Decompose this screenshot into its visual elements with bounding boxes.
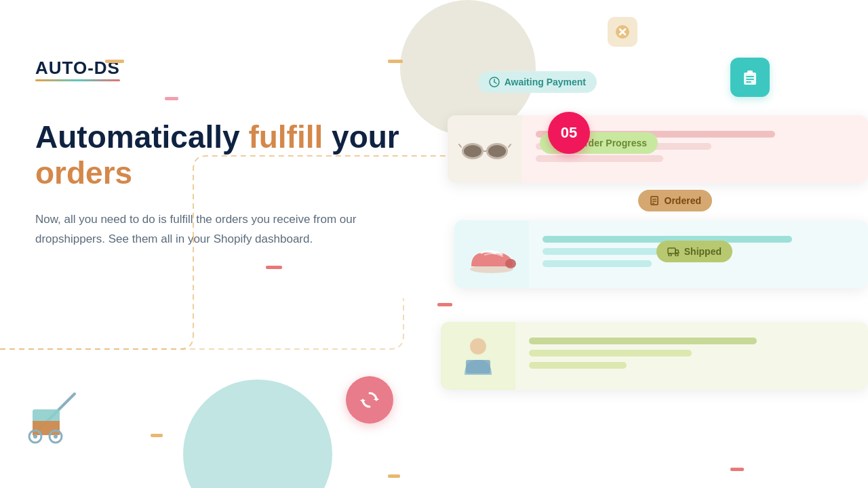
deco-bar-3: [388, 60, 403, 63]
product-image-person: [441, 322, 515, 390]
person-svg: [451, 334, 505, 378]
svg-point-14: [54, 434, 58, 439]
badge-shipped-text: Shipped: [684, 246, 722, 257]
line-bar-3b: [529, 350, 692, 357]
step-number: 05: [561, 124, 577, 142]
headline-highlight: fulfill: [248, 119, 323, 155]
svg-point-26: [470, 338, 486, 354]
deco-bar-7: [266, 266, 282, 269]
badge-awaiting-payment: Awaiting Payment: [478, 71, 597, 93]
card-lines-3: [515, 327, 868, 385]
svg-line-30: [494, 82, 496, 83]
svg-rect-4: [747, 70, 753, 74]
subtext: Now, all you need to do is fulfill the o…: [35, 210, 401, 249]
deco-bar-4: [437, 303, 452, 306]
deco-bar-8: [730, 468, 744, 471]
truck-icon: [667, 247, 679, 256]
decorative-circle-teal: [183, 380, 332, 488]
headline-part2: your: [323, 119, 399, 155]
svg-marker-15: [374, 397, 379, 400]
svg-line-23: [509, 144, 511, 147]
badge-ordered-text: Ordered: [665, 195, 701, 206]
logo-accent-bar: [35, 79, 120, 81]
line-bar-3a: [529, 338, 757, 344]
clock-icon: [489, 77, 500, 87]
svg-point-20: [488, 145, 506, 157]
svg-point-38: [669, 253, 671, 256]
svg-point-12: [33, 434, 37, 439]
svg-rect-10: [33, 421, 60, 435]
sync-icon: [359, 389, 380, 411]
svg-point-19: [464, 145, 481, 157]
line-bar-2c: [542, 260, 652, 267]
cancel-icon: [615, 24, 630, 39]
deco-bar-1: [105, 60, 124, 63]
order-card-sunglasses: [448, 115, 868, 183]
step-badge: 05: [548, 112, 590, 154]
svg-rect-3: [744, 73, 756, 85]
clipboard-icon: [741, 68, 760, 87]
order-card-person: [441, 322, 868, 390]
headline-line2: orders: [35, 155, 469, 191]
main-headline: Automatically fulfill your orders: [35, 119, 469, 191]
line-bar-1c: [536, 155, 663, 162]
badge-awaiting-text: Awaiting Payment: [505, 77, 586, 87]
logo: AUTO-DS: [35, 58, 469, 79]
svg-point-25: [505, 259, 516, 268]
sneaker-svg: [465, 234, 519, 274]
svg-point-39: [675, 253, 678, 256]
cart-svg: [14, 384, 95, 451]
receipt-icon: [649, 195, 660, 206]
badge-shipped: Shipped: [656, 241, 732, 262]
badge-ordered: Ordered: [638, 190, 712, 211]
product-image-sneaker: [454, 220, 529, 288]
line-bar-3c: [529, 362, 627, 369]
svg-marker-16: [360, 400, 366, 403]
cancel-icon-card: [608, 17, 637, 47]
svg-line-22: [459, 144, 461, 147]
svg-rect-27: [466, 360, 490, 373]
deco-bar-2: [165, 97, 178, 100]
deco-bar-6: [388, 474, 400, 478]
delivery-cart: [14, 384, 95, 454]
sync-button[interactable]: [346, 376, 393, 424]
sunglasses-svg: [458, 132, 512, 166]
clipboard-icon-card: [730, 58, 770, 97]
svg-rect-37: [668, 248, 675, 253]
deco-bar-5: [151, 434, 163, 437]
product-image-sunglasses: [448, 115, 522, 183]
headline-part1: Automatically: [35, 119, 248, 155]
